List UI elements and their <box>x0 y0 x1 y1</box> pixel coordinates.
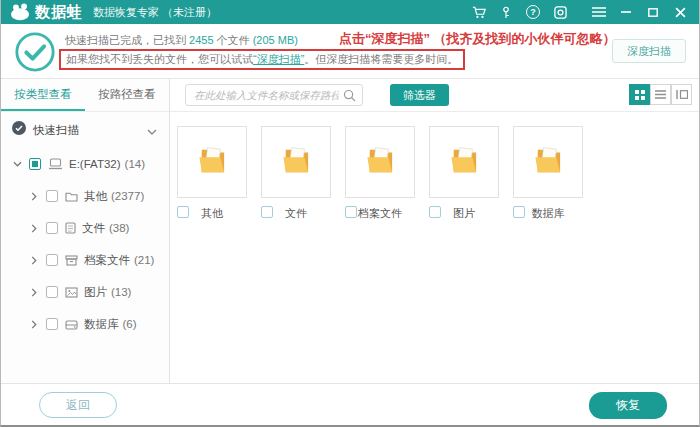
frog-logo-icon <box>9 3 31 21</box>
folder-icon <box>532 146 564 178</box>
close-icon[interactable] <box>671 3 689 21</box>
folder-card: 图片 <box>429 126 499 220</box>
tree-item-count: (38) <box>109 222 129 234</box>
tree-item[interactable]: 图片 (13) <box>1 276 169 308</box>
footer-bar: 返回 恢复 <box>1 383 699 425</box>
search-icon[interactable] <box>343 89 362 102</box>
tree-item[interactable]: 其他 (2377) <box>1 180 169 212</box>
brand-name: 数据蛙 <box>35 3 83 22</box>
folder-card: 档案文件 <box>345 126 415 220</box>
main-panel: 筛选器 <box>170 79 699 383</box>
scan-complete-check-icon <box>14 31 56 77</box>
tree-item-count: (14) <box>125 158 145 170</box>
folder-checkbox[interactable] <box>261 206 273 218</box>
tree-checkbox[interactable] <box>46 318 58 330</box>
file-count: 2455 <box>189 34 213 46</box>
tree-item[interactable]: E:(FAT32) (14) <box>1 148 169 180</box>
tree-item-label: 档案文件 <box>84 253 130 268</box>
chevron-right-icon[interactable] <box>28 192 40 201</box>
back-button[interactable]: 返回 <box>39 392 117 418</box>
recover-button[interactable]: 恢复 <box>589 392 667 419</box>
tree-item[interactable]: 数据库 (6) <box>1 308 169 340</box>
tree-item-count: (6) <box>123 318 137 330</box>
tree-item[interactable]: 文件 (38) <box>1 212 169 244</box>
sidebar: 按类型查看 按路径查看 快速扫描 E:(FAT32) (14) 其他 <box>1 79 170 383</box>
folder-checkbox[interactable] <box>177 206 189 218</box>
tree-checkbox[interactable] <box>46 286 58 298</box>
quick-scan-check-icon <box>12 121 26 139</box>
app-window: 数据蛙 数据恢复专家 （未注册） ? <box>0 0 700 427</box>
tree-item-label: 文件 <box>82 221 105 236</box>
folder-card-tile[interactable] <box>513 126 583 198</box>
folder-checkbox[interactable] <box>513 206 525 218</box>
scan-size: (205 MB) <box>253 34 298 46</box>
folder-card-tile[interactable] <box>345 126 415 198</box>
chevron-down-icon[interactable] <box>11 161 23 167</box>
filter-button[interactable]: 筛选器 <box>390 84 449 106</box>
folder-icon <box>448 146 480 178</box>
scan-mode-label: 快速扫描 <box>33 123 79 138</box>
tree-item-count: (2377) <box>111 190 144 202</box>
folder-card-tile[interactable] <box>261 126 331 198</box>
tree-checkbox[interactable] <box>46 254 58 266</box>
image-icon <box>65 287 78 298</box>
folder-grid: 其他 文件 <box>177 126 583 220</box>
folder-icon <box>65 191 78 202</box>
grid-view-icon[interactable] <box>629 84 650 105</box>
scan-result-banner: 快速扫描已完成，已找到 2455 个文件 (205 MB) 如果您找不到丢失的文… <box>1 24 699 79</box>
chevron-right-icon[interactable] <box>28 320 40 329</box>
folder-checkbox[interactable] <box>345 206 357 218</box>
tab-by-type[interactable]: 按类型查看 <box>1 79 85 111</box>
cart-icon[interactable] <box>470 3 488 21</box>
tree-item-label: 数据库 <box>84 317 119 332</box>
maximize-icon[interactable] <box>644 3 662 21</box>
list-view-icon[interactable] <box>650 84 671 105</box>
folder-card: 其他 <box>177 126 247 220</box>
folder-icon <box>280 146 312 178</box>
chevron-right-icon[interactable] <box>28 224 40 233</box>
scan-status-text: 快速扫描已完成，已找到 2455 个文件 (205 MB) <box>65 33 298 48</box>
database-icon <box>65 319 78 330</box>
folder-card-tile[interactable] <box>429 126 499 198</box>
deep-scan-link[interactable]: “深度扫描” <box>253 53 304 65</box>
tree-checkbox[interactable] <box>46 190 58 202</box>
chevron-right-icon[interactable] <box>28 288 40 297</box>
search-input[interactable] <box>186 89 343 101</box>
key-icon[interactable] <box>497 3 515 21</box>
tree-item[interactable]: 档案文件 (21) <box>1 244 169 276</box>
tree-item-label: 其他 <box>84 189 107 204</box>
folder-card: 文件 <box>261 126 331 220</box>
file-icon <box>65 222 76 234</box>
folder-card-tile[interactable] <box>177 126 247 198</box>
register-icon[interactable] <box>551 3 569 21</box>
detail-view-icon[interactable] <box>671 84 692 105</box>
folder-card: 数据库 <box>513 126 583 220</box>
drive-icon <box>48 158 63 170</box>
chevron-down-icon[interactable] <box>147 121 157 139</box>
app-title: 数据恢复专家 （未注册） <box>93 5 217 20</box>
folder-checkbox[interactable] <box>429 206 441 218</box>
folder-icon <box>196 146 228 178</box>
archive-icon <box>65 255 78 266</box>
tree-item-label: E:(FAT32) <box>69 158 121 170</box>
deep-scan-hint: 如果您找不到丢失的文件，您可以试试“深度扫描”。但深度扫描将需要更多时间。 <box>59 49 465 70</box>
help-icon[interactable]: ? <box>524 3 542 21</box>
tree-item-count: (21) <box>134 254 154 266</box>
deep-scan-button[interactable]: 深度扫描 <box>612 39 686 63</box>
scan-mode-header[interactable]: 快速扫描 <box>1 116 169 144</box>
tab-by-path[interactable]: 按路径查看 <box>85 79 169 111</box>
titlebar: 数据蛙 数据恢复专家 （未注册） ? <box>1 0 699 24</box>
tree-item-label: 图片 <box>84 285 107 300</box>
tree-checkbox[interactable] <box>29 158 41 170</box>
tree-checkbox[interactable] <box>46 222 58 234</box>
search-box[interactable] <box>185 84 363 106</box>
minimize-icon[interactable] <box>617 3 635 21</box>
tree-item-count: (13) <box>111 286 131 298</box>
view-mode-group <box>629 84 692 105</box>
tutorial-annotation: 点击“深度扫描” （找齐及找到的小伙伴可忽略） <box>339 30 616 48</box>
view-tabs: 按类型查看 按路径查看 <box>1 79 169 112</box>
chevron-right-icon[interactable] <box>28 256 40 265</box>
content-area: 按类型查看 按路径查看 快速扫描 E:(FAT32) (14) 其他 <box>1 79 699 383</box>
menu-icon[interactable] <box>590 3 608 21</box>
file-type-tree: E:(FAT32) (14) 其他 (2377) 文件 (38) 档案文件 (2… <box>1 144 169 383</box>
